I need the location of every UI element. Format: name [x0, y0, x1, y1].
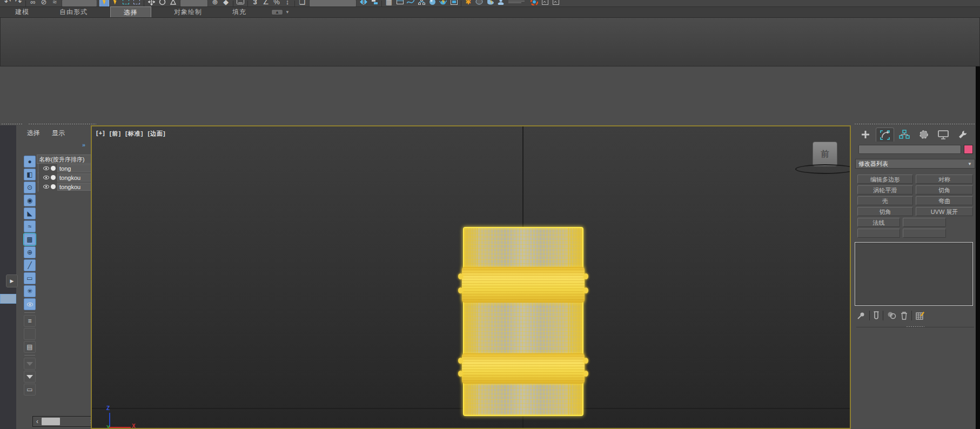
modifier-button-normal[interactable]: 法线: [857, 218, 900, 227]
explorer-row-tong[interactable]: tong: [37, 164, 97, 173]
hierarchy-list-icon[interactable]: ▤: [24, 341, 36, 353]
viewport-general-menu[interactable]: [+]: [96, 130, 105, 138]
display-all-toggle-icon[interactable]: ▩: [24, 233, 36, 245]
modifier-button-shell[interactable]: 壳: [857, 196, 913, 205]
ribbon-tab-populate[interactable]: 填充: [225, 6, 254, 18]
display-lights-icon[interactable]: ⊙: [24, 182, 36, 193]
configure-modifier-sets-icon[interactable]: [916, 311, 925, 320]
explorer-overflow-chevron[interactable]: »: [82, 142, 85, 148]
ribbon-minimize-dropdown-icon[interactable]: ▼: [285, 10, 290, 15]
render-production-gear-icon[interactable]: ✱: [464, 0, 473, 7]
tab-hierarchy[interactable]: [895, 128, 914, 142]
open-in-viewport-2-icon[interactable]: [551, 0, 561, 7]
make-unique-icon[interactable]: [887, 311, 897, 319]
display-shapes-icon[interactable]: ◧: [24, 169, 36, 180]
render-in-cloud-icon[interactable]: [485, 0, 495, 7]
viewcube[interactable]: 前: [813, 142, 837, 166]
visibility-eye-icon[interactable]: [43, 166, 49, 170]
layout-expand-button[interactable]: ▶: [6, 274, 18, 287]
filter-icon[interactable]: [24, 371, 36, 383]
spinner-snap-icon[interactable]: ↕: [283, 0, 292, 7]
ribbon-minimize-icon[interactable]: ▲: [271, 9, 283, 15]
use-pivot-center-icon[interactable]: ⊕: [210, 0, 220, 7]
modifier-button-symmetry[interactable]: 对称: [916, 175, 973, 184]
display-particles-icon[interactable]: ╱: [24, 259, 36, 271]
edit-named-selection-icon[interactable]: ❏: [297, 0, 307, 7]
modifier-button-turbosmooth[interactable]: 涡轮平滑: [857, 185, 913, 195]
open-in-viewport-icon[interactable]: [540, 0, 550, 7]
modifier-button-unwrap-uvw[interactable]: UVW 展开: [916, 207, 973, 216]
display-cameras-icon[interactable]: ◉: [24, 195, 36, 206]
layer-manager-icon[interactable]: ▦: [384, 0, 394, 7]
render-iterative-icon[interactable]: [474, 0, 484, 7]
tab-create[interactable]: [856, 128, 875, 142]
explorer-horizontal-scrollbar[interactable]: ‹ ›: [32, 416, 96, 427]
align-icon[interactable]: [370, 0, 379, 7]
angle-snap-icon[interactable]: ∠: [261, 0, 271, 7]
remove-modifier-trash-icon[interactable]: [901, 311, 908, 320]
object-color-swatch[interactable]: [964, 145, 973, 154]
ribbon-tab-freeform[interactable]: 自由形式: [52, 6, 95, 18]
ribbon-collapse-control[interactable]: ▲ ▼: [271, 9, 290, 15]
select-and-rotate-icon[interactable]: [157, 0, 167, 7]
viewcube-front-face[interactable]: 前: [821, 149, 829, 159]
explorer-tab-display[interactable]: 显示: [52, 129, 65, 138]
panel-drag-handle[interactable]: [1, 123, 23, 125]
ribbon-tab-modeling[interactable]: 建模: [8, 6, 37, 18]
display-hidden-icon[interactable]: [24, 298, 36, 310]
explorer-tab-select[interactable]: 选择: [27, 129, 40, 138]
filter-combinations-icon[interactable]: [24, 358, 36, 370]
object-name-field[interactable]: [858, 145, 961, 154]
modifier-button-chamfer-1[interactable]: 切角: [916, 185, 973, 195]
graphite-ribbon-toggle-icon[interactable]: [395, 0, 405, 7]
display-spacewarps-icon[interactable]: ≈: [24, 220, 36, 232]
modifier-button-empty-1[interactable]: [903, 218, 946, 227]
tab-utilities[interactable]: [954, 128, 972, 142]
modifier-button-chamfer-2[interactable]: 切角: [857, 207, 913, 216]
rendered-frame-window-icon[interactable]: [449, 0, 459, 7]
display-frozen-icon[interactable]: ✳: [24, 285, 36, 297]
named-selection-dropdown[interactable]: [309, 0, 357, 7]
select-object-button[interactable]: [99, 0, 109, 7]
modifier-button-bend[interactable]: 弯曲: [916, 196, 973, 205]
display-containers-icon[interactable]: ▭: [24, 272, 36, 284]
schematic-view-icon[interactable]: [417, 0, 426, 7]
display-bones-icon[interactable]: ⊕: [24, 246, 36, 258]
container-explorer-icon[interactable]: ▭: [24, 384, 36, 396]
render-setup-icon[interactable]: [438, 0, 448, 7]
modifier-list-dropdown[interactable]: 修改器列表 ▼: [855, 159, 975, 169]
modifier-button-empty-2[interactable]: [857, 229, 900, 238]
viewport-shading-menu[interactable]: [标准]: [125, 130, 143, 138]
explorer-row-tongkou-1[interactable]: tongkou: [37, 173, 97, 182]
command-panel-drag-handle[interactable]: [854, 123, 976, 125]
tab-motion[interactable]: [915, 128, 933, 142]
mirror-icon[interactable]: [359, 0, 368, 7]
sort-list-icon[interactable]: ≡: [24, 315, 36, 327]
material-editor-icon[interactable]: [427, 0, 437, 7]
layout-tab-active[interactable]: [0, 294, 16, 304]
explorer-name-column-header[interactable]: 名称(按升序排序): [37, 155, 97, 164]
show-end-result-icon[interactable]: [874, 311, 879, 320]
modifier-button-edit-poly[interactable]: 编辑多边形: [857, 175, 913, 184]
ribbon-tab-object-paint[interactable]: 对象绘制: [166, 6, 210, 18]
scroll-left-icon[interactable]: ‹: [33, 418, 42, 425]
modifier-button-empty-3[interactable]: [903, 229, 946, 238]
modifier-stack-list[interactable]: [855, 242, 973, 306]
ribbon-tab-selection[interactable]: 选择: [110, 6, 151, 18]
tab-modify[interactable]: [876, 128, 894, 142]
viewport-front[interactable]: [+] [前] [标准] [边面] 前 Z X Y: [91, 125, 851, 429]
viewport-edged-faces-menu[interactable]: [边面]: [147, 130, 165, 138]
render-teapot-icon[interactable]: [529, 0, 539, 7]
viewcube-compass-ring[interactable]: [795, 164, 851, 174]
selected-object-tong[interactable]: [463, 227, 583, 416]
explorer-drag-handle[interactable]: [28, 123, 96, 125]
display-geometry-icon[interactable]: ●: [24, 156, 36, 167]
blank-filter-icon[interactable]: [24, 328, 36, 340]
tab-display[interactable]: [934, 128, 952, 142]
percent-snap-icon[interactable]: %: [272, 0, 281, 7]
curve-editor-icon[interactable]: [406, 0, 415, 7]
render-flyout-icon[interactable]: [507, 0, 528, 7]
visibility-eye-icon[interactable]: [43, 185, 49, 189]
pin-stack-icon[interactable]: [857, 311, 865, 320]
a360-account-icon[interactable]: [496, 0, 506, 7]
